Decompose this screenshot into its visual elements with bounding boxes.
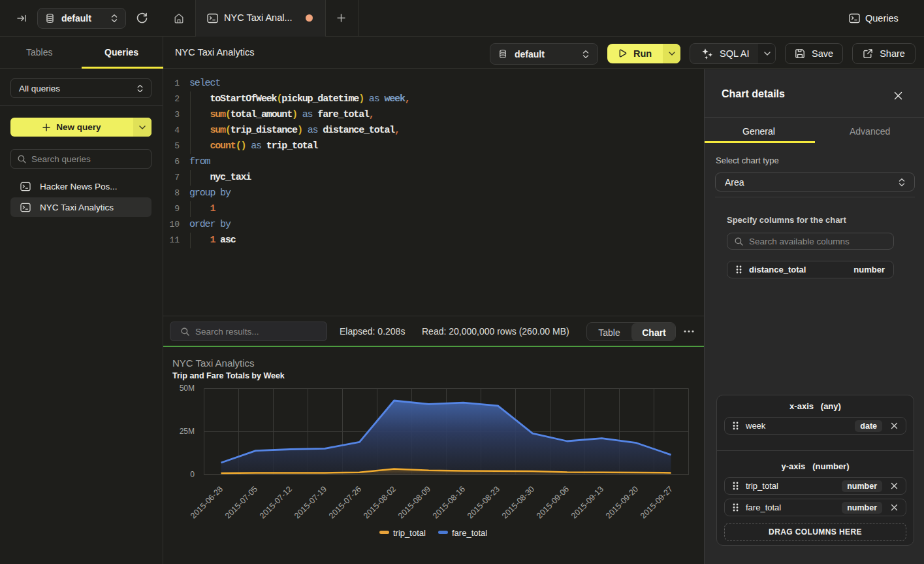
svg-text:2015-08-23: 2015-08-23 bbox=[466, 484, 502, 520]
svg-text:2015-09-06: 2015-09-06 bbox=[535, 484, 571, 520]
svg-text:2015-08-16: 2015-08-16 bbox=[431, 484, 467, 520]
svg-text:2015-09-13: 2015-09-13 bbox=[569, 484, 605, 520]
svg-text:2015-08-30: 2015-08-30 bbox=[500, 484, 536, 520]
svg-text:2015-09-27: 2015-09-27 bbox=[639, 484, 675, 520]
svg-text:2015-07-19: 2015-07-19 bbox=[293, 484, 328, 520]
svg-text:2015-08-02: 2015-08-02 bbox=[362, 484, 398, 520]
svg-text:0: 0 bbox=[190, 470, 195, 479]
svg-text:2015-09-20: 2015-09-20 bbox=[604, 484, 640, 520]
svg-text:25M: 25M bbox=[180, 427, 195, 436]
svg-text:2015-07-26: 2015-07-26 bbox=[327, 484, 363, 520]
svg-text:trip_total: trip_total bbox=[393, 528, 426, 538]
svg-text:50M: 50M bbox=[180, 384, 195, 393]
svg-text:2015-07-05: 2015-07-05 bbox=[223, 484, 259, 520]
svg-text:2015-07-12: 2015-07-12 bbox=[258, 484, 294, 520]
svg-text:2015-06-28: 2015-06-28 bbox=[189, 484, 225, 520]
svg-text:2015-08-09: 2015-08-09 bbox=[396, 484, 432, 520]
svg-text:fare_total: fare_total bbox=[452, 528, 487, 538]
